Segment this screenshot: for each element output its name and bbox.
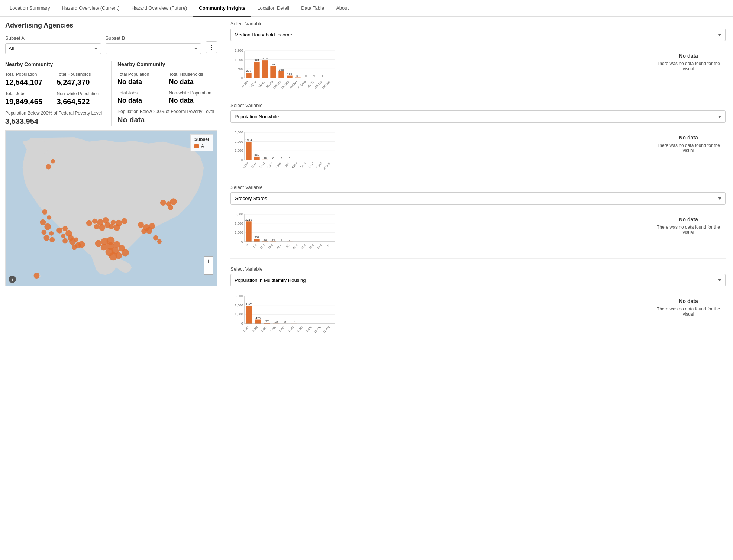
zoom-in-button[interactable]: + [204,257,213,265]
left-panel: Advertising Agencies Subset A All Subset… [0,17,223,559]
no-data-desc-2: There was no data found for the visual [655,225,722,235]
tab-location-summary[interactable]: Location Summary [4,0,56,17]
tab-about[interactable]: About [330,0,355,17]
svg-text:11,974: 11,974 [322,325,331,334]
variable-select-3[interactable]: Population in Multifamily Housing [230,274,726,286]
svg-text:3,000: 3,000 [235,131,243,134]
stat-total-jobs-a: Total Jobs 19,849,465 [5,91,54,106]
bar-0-1 [254,62,259,78]
svg-text:3,000: 3,000 [235,212,243,216]
poverty-value-b: No data [117,116,217,124]
svg-text:263: 263 [254,236,259,239]
svg-point-19 [74,238,78,242]
bar-1-0 [246,142,251,160]
map-legend: Subset A [190,134,213,151]
select-var-label-3: Select Variable [230,266,726,272]
no-data-title-3: No data [655,298,722,304]
svg-text:9,579: 9,579 [305,325,313,333]
tab-community-insights[interactable]: Community Insights [193,0,251,17]
bar-0-0 [246,73,251,78]
svg-point-8 [41,230,46,235]
svg-text:250,001: 250,001 [322,80,331,90]
svg-text:6: 6 [272,157,274,160]
no-data-box-3: No dataThere was no data found for the v… [651,291,726,324]
subset-b-select[interactable] [106,43,201,54]
select-var-label-1: Select Variable [230,103,726,108]
svg-point-22 [78,241,85,248]
variable-select-0[interactable]: Median Household Income [230,29,726,41]
svg-text:1,037: 1,037 [242,162,249,169]
variable-select-1[interactable]: Population Nonwhite [230,110,726,123]
svg-point-5 [47,215,51,220]
svg-point-57 [157,239,162,244]
stat-total-households-a: Total Households 5,247,370 [57,72,106,87]
svg-point-27 [94,224,99,229]
stat-label-total-pop-a: Total Population [5,72,54,77]
zoom-out-button[interactable]: − [204,265,213,274]
svg-text:30: 30 [296,74,300,78]
stat-total-households-b: Total Households No data [169,72,218,86]
svg-point-9 [49,231,54,236]
chart-section-3: Select VariablePopulation in Multifamily… [230,266,726,340]
svg-text:6,226: 6,226 [291,162,298,169]
svg-text:22.8: 22.8 [268,244,274,250]
chart-svg-0: 1,5001,000500029711,35188135,21697059,08… [230,45,338,94]
tab-hazard-current[interactable]: Hazard Overview (Current) [56,0,125,17]
chart-area-2: 3,0002,0001,0000221602637.62315.22422.81… [230,209,644,258]
svg-text:8,340: 8,340 [316,162,323,169]
svg-text:2,394: 2,394 [251,325,259,333]
chart-row-2: 3,0002,0001,0000221602637.62315.22422.81… [230,209,726,258]
tab-data-table[interactable]: Data Table [295,0,330,17]
section-divider [230,95,726,95]
stat-value-total-pop-b: No data [117,78,166,86]
nearby-section: Nearby Community Total Population 12,544… [5,61,217,126]
nearby-col-a: Nearby Community Total Population 12,544… [5,61,105,126]
svg-text:130,676: 130,676 [281,80,290,90]
chart-area-0: 1,5001,000500029711,35188135,21697059,08… [230,45,644,95]
map-info-button[interactable]: i [9,276,16,283]
chart-row-0: 1,5001,000500029711,35188135,21697059,08… [230,45,726,95]
svg-point-3 [34,273,40,279]
chart-section-0: Select VariableMedian Household Income1,… [230,21,726,95]
tab-location-detail[interactable]: Location Detail [251,0,295,17]
stat-label-jobs-a: Total Jobs [5,91,54,96]
svg-text:7,184: 7,184 [287,325,295,333]
chart-svg-1: 3,0002,0001,000019841,0373692,015452,993… [230,127,338,176]
svg-text:1,000: 1,000 [235,149,243,152]
svg-text:154,541: 154,541 [289,80,298,90]
svg-point-32 [121,218,127,224]
select-var-label-2: Select Variable [230,184,726,190]
subset-a-select[interactable]: All [5,43,101,54]
svg-text:8,381: 8,381 [296,325,304,333]
map-container: Subset A + − i [5,130,217,286]
right-panel: Select VariableMedian Household Income1,… [223,17,733,559]
svg-text:178,406: 178,406 [297,80,307,90]
kebab-button[interactable]: ⋮ [206,41,217,53]
stat-total-jobs-b: Total Jobs No data [117,90,166,104]
stat-label-nonwhite-a: Non-white Population [57,91,106,96]
chart-row-3: 3,0002,0001,000019261,1974232,394773,592… [230,291,726,340]
variable-select-2[interactable]: Grocery Stores [230,192,726,205]
tab-hazard-future[interactable]: Hazard Overview (Future) [126,0,193,17]
svg-text:7.6: 7.6 [252,244,258,249]
svg-point-7 [44,223,51,230]
svg-text:3: 3 [289,157,291,160]
poverty-a: Population Below 200% of Federal Poverty… [5,110,105,126]
legend-dot-a [194,144,199,148]
chart-svg-3: 3,0002,0001,000019261,1974232,394773,592… [230,291,338,339]
svg-text:129: 129 [287,73,292,76]
svg-point-33 [109,224,114,229]
svg-point-56 [153,235,158,241]
page-title: Advertising Agencies [5,22,217,29]
svg-text:76: 76 [326,244,331,248]
svg-text:38: 38 [285,244,290,248]
svg-point-24 [92,219,97,224]
svg-point-47 [138,222,144,228]
svg-point-2 [46,164,51,170]
svg-text:226,136: 226,136 [313,80,323,90]
legend-label-a: A [201,144,204,149]
svg-point-30 [111,220,116,225]
stat-value-jobs-a: 19,849,465 [5,97,54,106]
svg-text:35,216: 35,216 [249,80,258,88]
chart-area-3: 3,0002,0001,000019261,1974232,394773,592… [230,291,644,340]
